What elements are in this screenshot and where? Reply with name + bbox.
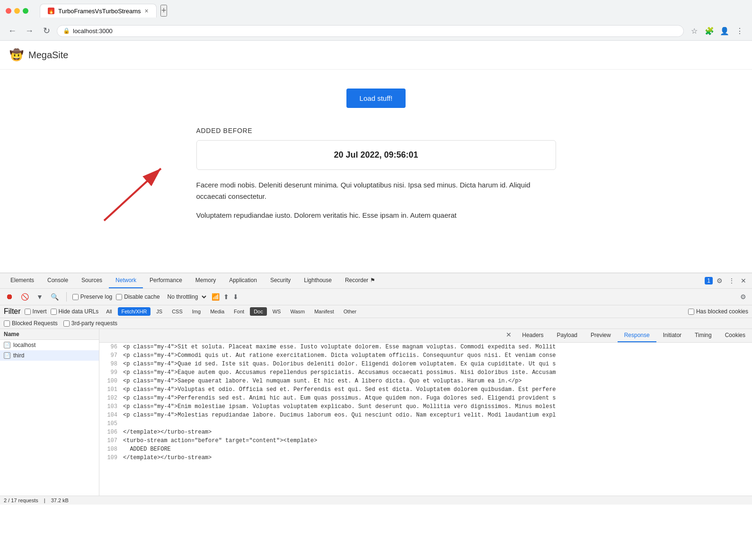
detail-tab-response[interactable]: Response [618,329,656,342]
filter-font[interactable]: Font [230,307,248,316]
separator: | [44,498,45,503]
paragraph-1: Facere modi nobis. Deleniti deserunt min… [196,179,556,202]
toolbar-right: ⚙ [738,291,748,302]
search-button[interactable]: 🔍 [49,291,61,302]
new-tab-button[interactable]: + [160,5,168,17]
filter-fetch-xhr[interactable]: Fetch/XHR [118,307,151,316]
close-devtools-button[interactable]: ✕ [739,275,748,286]
extensions-button[interactable]: 🧩 [703,24,716,37]
tab-elements[interactable]: Elements [4,273,41,288]
line-number: 108 [103,445,117,453]
address-bar[interactable]: 🔒 localhost:3000 [57,25,684,37]
filter-all[interactable]: All [102,307,115,316]
tab-recorder[interactable]: Recorder ⚑ [338,273,382,288]
page-body: Load stuff! ADDED BEFORE 20 Jul 2022, 09… [0,70,752,248]
line-content: <p class="my-4">Enim molestiae ipsam. Vo… [123,402,556,411]
record-button[interactable]: ⏺ [4,291,15,303]
network-toolbar: ⏺ 🚫 ▼ 🔍 Preserve log Disable cache No th… [0,289,752,305]
site-logo: 🤠 [9,48,24,62]
detail-tab-headers[interactable]: Headers [515,329,550,342]
settings-icon[interactable]: ⚙ [715,275,725,286]
throttling-select[interactable]: No throttling [164,292,208,302]
reload-button[interactable]: ↻ [40,24,53,37]
devtools-panel: Elements Console Sources Network Perform… [0,273,752,505]
clear-button[interactable]: 🚫 [19,291,31,302]
back-button[interactable]: ← [6,24,19,37]
detail-tab-cookies[interactable]: Cookies [718,329,752,342]
tab-security[interactable]: Security [264,273,297,288]
line-number: 97 [103,351,117,360]
filter-doc[interactable]: Doc [250,307,267,316]
devtools-tab-bar: Elements Console Sources Network Perform… [0,273,752,289]
tab-lighthouse[interactable]: Lighthouse [297,273,338,288]
minimize-button[interactable] [14,8,20,14]
filter-media[interactable]: Media [206,307,228,316]
line-number: 96 [103,343,117,351]
detail-tabs: ✕ Headers Payload Preview Response Initi… [99,329,752,343]
tab-performance[interactable]: Performance [143,273,189,288]
code-line: 107<turbo-stream action="before" target=… [99,436,752,445]
detail-close-button[interactable]: ✕ [502,329,515,342]
line-number: 98 [103,360,117,368]
code-line: 104<p class="my-4">Molestias repudiandae… [99,411,752,419]
filter-other[interactable]: Other [340,307,361,316]
line-content: <p class="my-4">Voluptas et odio. Offici… [123,385,556,394]
tab-application[interactable]: Application [222,273,264,288]
lock-icon: 🔒 [63,27,70,34]
devtools-status-bar: 2 / 17 requests | 37.2 kB [0,496,752,505]
request-name-localhost: localhost [13,342,35,348]
tab-sources[interactable]: Sources [75,273,109,288]
devtools-content: Name 📄 localhost 📄 third ✕ Headers Paylo… [0,329,752,496]
detail-tab-payload[interactable]: Payload [550,329,584,342]
preserve-log-checkbox[interactable]: Preserve log [72,293,112,300]
request-third[interactable]: 📄 third [0,350,99,361]
detail-panel: ✕ Headers Payload Preview Response Initi… [99,329,752,496]
tab-title: TurboFramesVsTurboStreams [58,8,141,15]
blocked-requests-checkbox[interactable]: Blocked Requests [4,320,58,327]
hide-data-urls-checkbox[interactable]: Hide data URLs [51,308,99,315]
tab-close-button[interactable]: × [145,7,149,15]
download-icon: ⬇ [233,293,239,301]
load-stuff-button[interactable]: Load stuff! [346,89,406,108]
request-localhost[interactable]: 📄 localhost [0,340,99,350]
code-line: 100<p class="my-4">Saepe quaerat labore.… [99,377,752,385]
third-party-checkbox[interactable]: 3rd-party requests [63,320,117,327]
network-settings-button[interactable]: ⚙ [738,291,748,302]
close-button[interactable] [6,8,11,14]
nav-bar: ← → ↻ 🔒 localhost:3000 ☆ 🧩 👤 ⋮ [0,21,752,40]
detail-tab-preview[interactable]: Preview [584,329,618,342]
tab-console[interactable]: Console [41,273,75,288]
has-blocked-cookies-checkbox[interactable]: Has blocked cookies [688,308,748,315]
line-number: 100 [103,377,117,385]
invert-checkbox[interactable]: Invert [25,308,47,315]
filter-wasm[interactable]: Wasm [286,307,309,316]
filter-img[interactable]: Img [188,307,204,316]
badge-count[interactable]: 1 [705,277,713,284]
tab-network[interactable]: Network [109,273,143,288]
line-content: <p class="my-4">Saepe quaerat labore. Ve… [123,377,522,385]
bookmark-button[interactable]: ☆ [688,24,701,37]
url-text: localhost:3000 [73,27,678,35]
filter-manifest[interactable]: Manifest [310,307,338,316]
requests-panel: Name 📄 localhost 📄 third [0,329,99,496]
code-line: 105 [99,419,752,428]
profile-button[interactable]: 👤 [718,24,731,37]
filter-js[interactable]: JS [152,307,166,316]
code-line: 106</template></turbo-stream> [99,428,752,436]
more-icon[interactable]: ⋮ [726,275,737,286]
disable-cache-checkbox[interactable]: Disable cache [116,293,159,300]
tab-memory[interactable]: Memory [189,273,222,288]
filter-css[interactable]: CSS [168,307,186,316]
filter-ws[interactable]: WS [269,307,285,316]
line-content: </template></turbo-stream> [123,453,212,462]
tab-favicon: 🔥 [48,8,54,14]
filter-button[interactable]: ▼ [35,291,45,302]
maximize-button[interactable] [23,8,28,14]
browser-tab[interactable]: 🔥 TurboFramesVsTurboStreams × [40,4,157,18]
forward-button[interactable]: → [23,24,36,37]
response-content[interactable]: 96<p class="my-4">Sit et soluta. Placeat… [99,343,752,496]
menu-button[interactable]: ⋮ [733,24,746,37]
content-area: ADDED BEFORE 20 Jul 2022, 09:56:01 Facer… [196,127,556,229]
detail-tab-initiator[interactable]: Initiator [656,329,688,342]
detail-tab-timing[interactable]: Timing [688,329,718,342]
